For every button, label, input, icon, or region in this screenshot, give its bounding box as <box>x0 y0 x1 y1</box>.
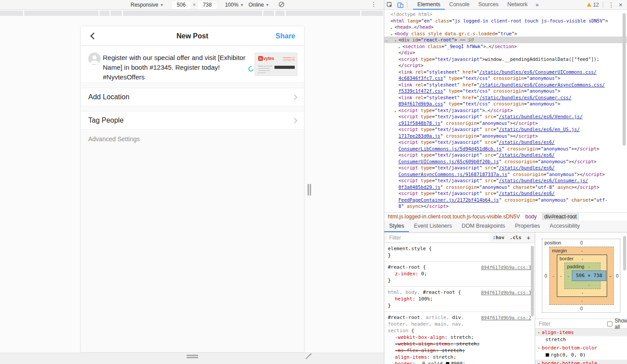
stylesheet-link[interactable]: 894f617d9b9a.css:3 <box>481 264 531 271</box>
network-throttle-select[interactable]: Online ▼ <box>248 2 269 8</box>
caption-textarea[interactable]: Register with our special offer and visi… <box>103 53 255 83</box>
css-property[interactable]: height: 100%; <box>388 296 531 302</box>
code-line[interactable]: <link rel="stylesheet" href="/static/bun… <box>384 69 627 75</box>
viewport-resize-handle-bottom[interactable] <box>187 355 198 358</box>
code-line[interactable]: <script type="text/javascript" src="/sta… <box>384 190 627 197</box>
device-mode-select[interactable]: Responsive ▼ <box>131 2 164 8</box>
code-line[interactable]: 4c68346f3fc7.css" type="text/css" crosso… <box>384 75 627 82</box>
box-model-margin-layer[interactable]: margin - - border - - padding - - <box>549 247 614 305</box>
resource-link[interactable]: ConsumerLibCommons.js/5d94d451d8cb.js <box>398 146 502 151</box>
computed-scrollbar[interactable] <box>623 236 626 270</box>
zoom-select[interactable]: 100% ▼ <box>225 2 244 8</box>
rule-selector[interactable]: element.style { <box>388 245 478 252</box>
resource-link[interactable]: /static/bundles/es6/ConsumerUICommons.cs… <box>479 69 597 75</box>
css-property[interactable]: -webkit-box-align: stretch; <box>388 334 531 341</box>
css-property[interactable]: -ms-flex-align: stretch; <box>388 347 531 354</box>
resource-link[interactable]: ConsumerUICommons.js/65c609b0f20b.js <box>398 159 499 164</box>
media-query-segment[interactable] <box>0 11 23 16</box>
resource-link[interactable]: /static/bundles/es6/ <box>499 165 555 170</box>
computed-property[interactable]: ▸align-items <box>535 329 627 336</box>
breadcrumb-item[interactable]: div#react-root <box>542 213 578 220</box>
code-line[interactable]: FeedPageContainer.js/2172bf414b64.js" cr… <box>384 197 627 203</box>
resource-link[interactable]: FeedPageContainer.js/2172bf414b64.js <box>398 197 499 203</box>
code-line[interactable]: ▸<head>…</head> <box>384 24 627 30</box>
code-line[interactable]: <script type="text/javascript" src="/sta… <box>384 177 627 184</box>
box-model-position-layer[interactable]: position 0 0 margin - - border - - <box>542 239 620 313</box>
devtools-menu-icon[interactable]: ⋮ <box>604 1 618 8</box>
code-line[interactable]: 1717ee283d0a.js" crossorigin="anonymous"… <box>384 133 627 139</box>
tab-dom-breakpoints[interactable]: DOM Breakpoints <box>457 221 510 232</box>
viewport-width-input[interactable]: 506 <box>172 1 191 9</box>
device-toolbar-menu-icon[interactable]: ⋮ <box>371 0 377 8</box>
code-line[interactable]: <script type="text/javascript">window.__… <box>384 56 627 63</box>
resource-link[interactable]: c911f5848b78.js <box>398 120 440 126</box>
computed-filter-input[interactable] <box>539 321 607 327</box>
new-style-rule-button[interactable]: + <box>524 234 535 241</box>
code-line[interactable]: </div> <box>384 49 627 56</box>
tab-accessibility[interactable]: Accessibility <box>545 221 585 232</box>
resource-link[interactable]: /static/bundles/es6/ <box>499 191 555 196</box>
media-query-segment[interactable] <box>100 11 109 16</box>
rule-selector[interactable]: #react-root { <box>388 264 478 270</box>
code-line[interactable]: ConsumerAsyncCommons.js/91687187337a.js"… <box>384 171 627 178</box>
rule-selector[interactable]: html, body, #react-root { <box>388 289 478 296</box>
tab-network[interactable]: Network <box>503 0 532 10</box>
tab-elements[interactable]: Elements <box>413 0 445 10</box>
code-line[interactable]: 894f617d9b9a.css" type="text/css" crosso… <box>384 101 627 107</box>
stylesheet-link[interactable]: 894f617d9b9a.css:2 <box>481 315 531 321</box>
resource-link[interactable]: 894f617d9b9a.css <box>398 101 443 106</box>
close-devtools-icon[interactable]: × <box>618 1 627 8</box>
inspect-element-icon[interactable] <box>384 0 395 10</box>
code-line[interactable]: </script> <box>384 62 627 69</box>
stylesheet-link[interactable]: 894f617d9b9a.css:3 <box>481 289 531 296</box>
element-classes-button[interactable]: .cls <box>507 235 524 240</box>
elements-scrollbar[interactable] <box>623 13 626 146</box>
color-swatch[interactable] <box>446 362 450 364</box>
viewport-height-input[interactable]: 738 <box>198 1 217 9</box>
toggle-element-state-button[interactable]: :hov <box>490 235 507 240</box>
code-line[interactable]: f5339c1f472f.css" type="text/css" crosso… <box>384 88 627 94</box>
code-line[interactable]: ConsumerLibCommons.js/5d94d451d8cb.js" c… <box>384 146 627 152</box>
styles-filter-input[interactable] <box>387 234 490 242</box>
collapsed-arrow-icon[interactable]: ▸ <box>538 360 540 364</box>
collapsed-arrow-icon[interactable]: ▸ <box>538 345 540 351</box>
css-property[interactable]: z-index: 0; <box>388 270 531 277</box>
resource-link[interactable]: /static/bundles/es6/ <box>499 139 555 145</box>
styles-scrollbar[interactable] <box>531 246 534 316</box>
rule-selector[interactable]: #react-root, article, div, footer, heade… <box>388 314 478 334</box>
code-line[interactable]: <script type="text/javascript" src="/sta… <box>384 113 627 120</box>
viewport-resize-handle-corner[interactable] <box>304 353 313 360</box>
tab-event-listeners[interactable]: Event Listeners <box>409 221 457 232</box>
resource-link[interactable]: /static/bundles/es6/Consumer.css/ <box>479 95 571 100</box>
list-item-add-location[interactable]: Add Location <box>81 88 304 106</box>
code-line[interactable]: ▾<body class style data-gr-c-s-loaded="t… <box>384 30 627 37</box>
code-line[interactable]: ▸<script type="text/javascript">…</scrip… <box>384 107 627 114</box>
collapsed-arrow-icon[interactable]: ▸ <box>538 330 540 335</box>
computed-property[interactable]: ▸border-bottom-color <box>535 344 627 352</box>
resource-link[interactable]: /static/bundles/es6/Consumer.js/ <box>499 178 588 183</box>
resource-link[interactable]: /static/bundles/es6/Vendor.js/ <box>499 114 583 119</box>
resource-link[interactable]: 1717ee283d0a.js <box>398 133 440 139</box>
resource-link[interactable]: 4c68346f3fc7.css <box>398 75 443 81</box>
show-all-checkbox-input[interactable] <box>607 321 612 326</box>
viewport-resize-handle-right[interactable] <box>308 184 311 195</box>
code-line[interactable]: <link rel="stylesheet" href="/static/bun… <box>384 82 627 88</box>
breadcrumb-item[interactable]: body <box>525 214 537 220</box>
media-query-bar[interactable] <box>0 10 384 16</box>
show-all-checkbox[interactable]: Show all <box>607 318 627 330</box>
box-model-content[interactable]: 506 × 738 <box>572 270 606 281</box>
media-query-segment[interactable] <box>361 11 383 16</box>
tab-console[interactable]: Console <box>445 0 474 10</box>
toggle-device-toolbar-icon[interactable] <box>395 0 405 10</box>
collapsed-arrow-icon[interactable]: ▸ <box>419 362 421 364</box>
media-query-segment[interactable] <box>24 11 98 16</box>
code-line[interactable]: ConsumerUICommons.js/65c609b0f20b.js" cr… <box>384 158 627 165</box>
css-property[interactable]: -webkit-align-items: stretch; <box>388 341 531 347</box>
resource-link[interactable]: ConsumerAsyncCommons.js/91687187337a.js <box>398 172 507 177</box>
media-query-segment[interactable] <box>123 11 262 16</box>
code-line[interactable]: 0f3a0485bd29.js" crossorigin="anonymous"… <box>384 184 627 191</box>
resource-link[interactable]: /static/bundles/es6/ConsumerAsyncCommons… <box>479 82 604 87</box>
media-query-segment[interactable] <box>111 11 122 16</box>
code-line[interactable]: <script type="text/javascript" src="/sta… <box>384 126 627 133</box>
media-query-segment[interactable] <box>275 11 285 16</box>
